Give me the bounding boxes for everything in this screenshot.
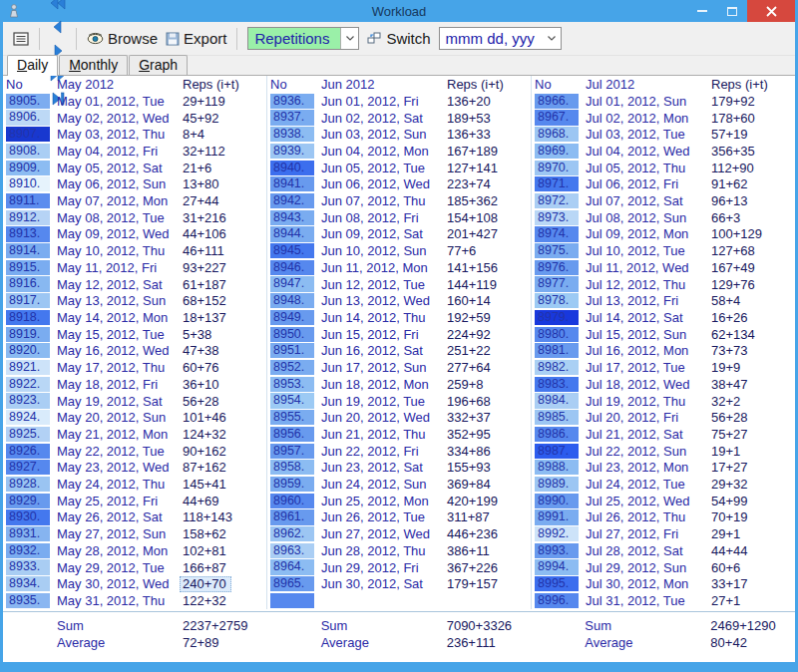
row-number-cell[interactable]: 8933.: [3, 559, 51, 574]
row-reps-cell[interactable]: 13+80: [181, 176, 266, 191]
row-reps-cell[interactable]: 145+41: [181, 477, 266, 492]
row-date-cell[interactable]: Jul 05, 2012, Thu: [580, 161, 709, 175]
row-reps-cell[interactable]: 179+92: [709, 94, 795, 109]
row-reps-cell[interactable]: 68+152: [181, 293, 266, 308]
row-date-cell[interactable]: May 14, 2012, Mon: [51, 310, 181, 325]
table-row[interactable]: 8990.Jul 25, 2012, Wed54+99: [532, 493, 795, 509]
table-row[interactable]: 8940.Jun 05, 2012, Tue127+141: [267, 160, 531, 176]
table-row[interactable]: 8987.Jul 22, 2012, Sun19+1: [532, 443, 795, 460]
row-number-cell[interactable]: 8953.: [267, 377, 315, 392]
row-number-cell[interactable]: 8968.: [532, 127, 580, 142]
row-reps-cell[interactable]: 141+156: [445, 260, 531, 275]
table-row[interactable]: 8969.Jul 04, 2012, Wed356+35: [532, 143, 795, 160]
row-date-cell[interactable]: May 03, 2012, Thu: [51, 127, 181, 142]
row-number-cell[interactable]: 8973.: [532, 210, 580, 225]
date-format-select[interactable]: mmm dd, yyy: [439, 27, 562, 50]
row-date-cell[interactable]: Jun 06, 2012, Wed: [315, 176, 445, 191]
row-number-cell[interactable]: 8962.: [267, 526, 315, 541]
table-row[interactable]: 8928.May 24, 2012, Thu145+41: [3, 476, 266, 493]
row-reps-cell[interactable]: 185+362: [445, 193, 531, 208]
row-number-cell[interactable]: 8957.: [267, 444, 315, 459]
row-reps-cell[interactable]: 77+6: [445, 243, 531, 258]
row-number-cell[interactable]: 8925.: [3, 427, 51, 442]
row-reps-cell[interactable]: 70+19: [709, 509, 795, 524]
table-row[interactable]: 8979.Jul 14, 2012, Sat16+26: [532, 309, 795, 326]
row-number-cell[interactable]: 8996.: [532, 593, 580, 608]
table-row[interactable]: 8945.Jun 10, 2012, Sun77+6: [267, 242, 531, 259]
row-reps-cell[interactable]: 277+64: [445, 360, 531, 375]
table-row[interactable]: 8916.May 12, 2012, Sat61+187: [3, 276, 266, 293]
row-date-cell[interactable]: May 16, 2012, Wed: [51, 343, 181, 358]
row-number-cell[interactable]: 8963.: [267, 543, 315, 558]
measure-select[interactable]: Repetitions: [247, 27, 359, 50]
row-reps-cell[interactable]: 386+11: [445, 543, 531, 558]
row-number-cell[interactable]: 8983.: [532, 377, 580, 392]
table-row[interactable]: 8924.May 20, 2012, Sun101+46: [3, 409, 266, 426]
row-reps-cell[interactable]: 240+70: [181, 576, 266, 592]
table-row[interactable]: 8958.Jun 23, 2012, Sat155+93: [267, 459, 531, 476]
row-number-cell[interactable]: 8991.: [532, 509, 580, 524]
row-number-cell[interactable]: 8945.: [267, 243, 315, 258]
row-number-cell[interactable]: 8910.: [3, 176, 51, 191]
row-number-cell[interactable]: 8955.: [267, 410, 315, 425]
row-reps-cell[interactable]: 334+86: [445, 444, 531, 459]
row-date-cell[interactable]: May 08, 2012, Tue: [51, 210, 181, 225]
row-date-cell[interactable]: Jul 08, 2012, Sun: [580, 210, 709, 225]
row-number-cell[interactable]: 8917.: [3, 293, 51, 308]
row-number-cell[interactable]: 8942.: [267, 193, 315, 208]
table-row[interactable]: 8970.Jul 05, 2012, Thu112+90: [532, 160, 795, 176]
row-date-cell[interactable]: May 25, 2012, Fri: [51, 494, 181, 508]
row-date-cell[interactable]: Jul 23, 2012, Mon: [580, 460, 709, 475]
table-row[interactable]: 8921.May 17, 2012, Thu60+76: [3, 359, 266, 376]
row-number-cell[interactable]: 8980.: [532, 327, 580, 342]
row-reps-cell[interactable]: 356+35: [709, 144, 795, 159]
row-reps-cell[interactable]: 21+6: [181, 161, 266, 175]
row-date-cell[interactable]: Jun 21, 2012, Thu: [315, 427, 445, 442]
row-reps-cell[interactable]: 196+68: [445, 394, 531, 409]
row-number-cell[interactable]: 8949.: [267, 310, 315, 325]
row-date-cell[interactable]: Jul 24, 2012, Tue: [580, 477, 709, 492]
row-date-cell[interactable]: Jul 28, 2012, Sat: [580, 543, 709, 558]
row-reps-cell[interactable]: 60+6: [709, 560, 795, 575]
row-reps-cell[interactable]: 58+4: [709, 293, 795, 308]
row-number-cell[interactable]: 8951.: [267, 343, 315, 358]
row-reps-cell[interactable]: 91+62: [709, 176, 795, 191]
row-date-cell[interactable]: Jun 17, 2012, Sun: [315, 360, 445, 375]
table-row[interactable]: 8946.Jun 11, 2012, Mon141+156: [267, 259, 531, 276]
row-date-cell[interactable]: May 07, 2012, Mon: [51, 193, 181, 208]
row-number-cell[interactable]: 8911.: [3, 193, 51, 208]
table-row[interactable]: 8975.Jul 10, 2012, Tue127+68: [532, 242, 795, 259]
table-row[interactable]: 8920.May 16, 2012, Wed47+38: [3, 343, 266, 360]
table-row[interactable]: 8988.Jul 23, 2012, Mon17+27: [532, 459, 795, 476]
row-reps-cell[interactable]: 367+226: [445, 560, 531, 575]
table-row[interactable]: 8912.May 08, 2012, Tue31+216: [3, 209, 266, 226]
row-number-cell[interactable]: 8952.: [267, 360, 315, 375]
row-date-cell[interactable]: May 29, 2012, Tue: [51, 560, 181, 575]
switch-button[interactable]: Switch: [363, 28, 434, 49]
row-reps-cell[interactable]: 32+112: [181, 144, 266, 159]
row-date-cell[interactable]: May 12, 2012, Sat: [51, 277, 181, 292]
row-number-cell[interactable]: 8936.: [267, 94, 315, 109]
row-reps-cell[interactable]: 8+4: [181, 127, 266, 142]
row-date-cell[interactable]: Jul 01, 2012, Sun: [580, 94, 709, 109]
row-number-cell[interactable]: 8914.: [3, 243, 51, 258]
maximize-button[interactable]: [717, 0, 747, 22]
row-number-cell[interactable]: 8939.: [267, 144, 315, 159]
row-date-cell[interactable]: May 18, 2012, Fri: [51, 377, 181, 392]
row-number-cell[interactable]: 8905.: [3, 94, 51, 109]
row-date-cell[interactable]: May 28, 2012, Mon: [51, 543, 181, 558]
row-date-cell[interactable]: Jul 12, 2012, Thu: [580, 277, 709, 292]
row-reps-cell[interactable]: 251+22: [445, 343, 531, 358]
row-date-cell[interactable]: Jun 14, 2012, Thu: [315, 310, 445, 325]
row-reps-cell[interactable]: 73+73: [709, 343, 795, 358]
row-date-cell[interactable]: May 30, 2012, Wed: [51, 576, 181, 591]
row-date-cell[interactable]: Jul 30, 2012, Mon: [580, 576, 709, 591]
table-row[interactable]: 8931.May 27, 2012, Sun158+62: [3, 525, 266, 542]
row-reps-cell[interactable]: 223+74: [445, 176, 531, 191]
row-reps-cell[interactable]: 224+92: [445, 327, 531, 342]
row-number-cell[interactable]: 8909.: [3, 161, 51, 175]
row-date-cell[interactable]: Jul 02, 2012, Mon: [580, 111, 709, 126]
row-date-cell[interactable]: Jul 29, 2012, Sun: [580, 560, 709, 575]
row-reps-cell[interactable]: 87+162: [181, 460, 266, 475]
row-number-cell[interactable]: [267, 593, 315, 608]
